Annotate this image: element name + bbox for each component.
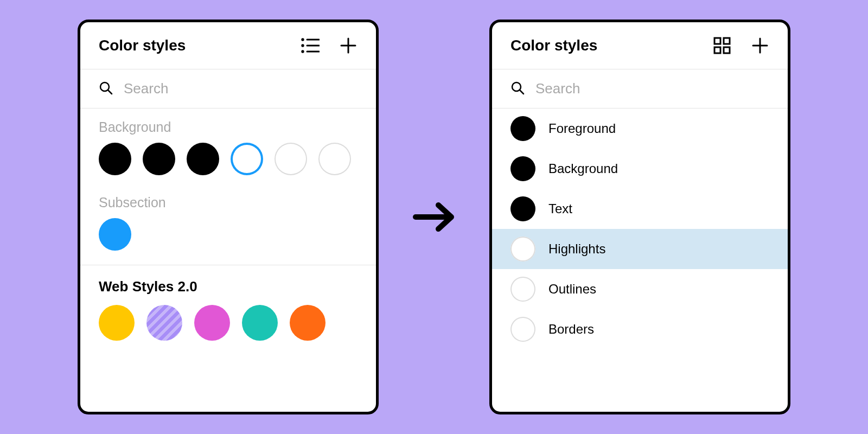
svg-rect-14 [724, 47, 730, 53]
svg-point-8 [100, 82, 109, 91]
arrow-right-icon [411, 200, 457, 234]
color-swatch[interactable] [318, 143, 351, 175]
section-label: Subsection [99, 195, 358, 210]
style-label: Highlights [548, 241, 605, 257]
color-dot [510, 116, 535, 141]
style-row-foreground[interactable]: Foreground [492, 108, 788, 149]
plus-icon [752, 37, 768, 54]
header-actions [713, 36, 769, 55]
panel-header: Color styles [492, 22, 788, 69]
color-dot [510, 277, 535, 302]
color-styles-panel-grid: Color styles [78, 20, 379, 414]
svg-rect-13 [714, 47, 720, 53]
color-dot [510, 156, 535, 181]
header-actions [301, 36, 358, 55]
add-style-button[interactable] [751, 36, 769, 55]
color-dot [510, 317, 535, 342]
list-view-toggle[interactable] [301, 36, 320, 55]
add-style-button[interactable] [339, 36, 358, 55]
svg-line-9 [108, 90, 112, 94]
color-swatch-selected[interactable] [231, 143, 263, 175]
color-swatch[interactable] [143, 143, 175, 175]
style-row-background[interactable]: Background [492, 149, 788, 189]
style-label: Foreground [548, 121, 616, 136]
search-row [80, 69, 376, 108]
search-input[interactable] [535, 80, 769, 97]
web-styles-title: Web Styles 2.0 [80, 265, 376, 305]
grid-icon [713, 37, 731, 54]
color-dot [510, 237, 535, 261]
style-label: Borders [548, 322, 594, 337]
color-swatch[interactable] [99, 218, 131, 251]
style-row-outlines[interactable]: Outlines [492, 269, 788, 309]
search-icon [510, 81, 525, 97]
color-swatch[interactable] [99, 305, 135, 341]
swatch-row [99, 143, 358, 175]
style-row-highlights[interactable]: Highlights [492, 229, 788, 269]
color-swatch[interactable] [290, 305, 326, 341]
svg-point-0 [302, 39, 303, 40]
plus-icon [340, 37, 356, 54]
panel-title: Color styles [510, 37, 597, 54]
search-icon [99, 81, 113, 97]
color-swatch[interactable] [187, 143, 219, 175]
panel-header: Color styles [80, 22, 376, 69]
color-swatch[interactable] [194, 305, 230, 341]
panel-title: Color styles [99, 37, 186, 54]
web-swatch-row [80, 305, 376, 341]
svg-point-17 [512, 82, 521, 91]
style-label: Background [548, 161, 618, 176]
list-icon [301, 37, 320, 54]
style-list: Foreground Background Text Highlights Ou… [492, 108, 788, 349]
search-input[interactable] [124, 80, 358, 97]
style-row-text[interactable]: Text [492, 189, 788, 229]
section-label: Background [99, 119, 358, 135]
color-styles-panel-list: Color styles [489, 20, 790, 414]
style-label: Text [548, 201, 572, 216]
svg-line-18 [520, 90, 524, 94]
section-background: Background [80, 108, 376, 184]
swatch-row [99, 218, 358, 251]
grid-view-toggle[interactable] [713, 36, 731, 55]
color-dot [510, 196, 535, 221]
color-swatch[interactable] [99, 143, 131, 175]
svg-point-2 [302, 45, 303, 46]
style-label: Outlines [548, 282, 596, 297]
section-subsection: Subsection [80, 184, 376, 259]
color-swatch[interactable] [275, 143, 307, 175]
search-row [492, 69, 788, 108]
color-swatch[interactable] [146, 305, 182, 341]
svg-point-4 [302, 51, 303, 52]
style-row-borders[interactable]: Borders [492, 309, 788, 349]
color-swatch[interactable] [242, 305, 278, 341]
svg-rect-11 [714, 38, 720, 44]
svg-rect-12 [724, 38, 730, 44]
